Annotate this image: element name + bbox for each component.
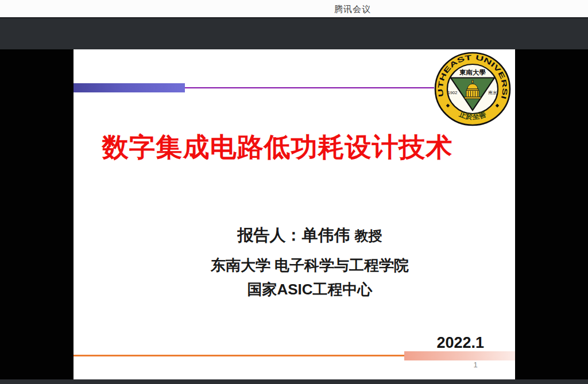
presenter-line: 报告人：单伟伟 教授 xyxy=(89,225,531,246)
footer-accent-bar xyxy=(404,351,515,360)
slide-title: 数字集成电路低功耗设计技术 xyxy=(96,131,458,164)
meeting-toolbar xyxy=(0,17,588,49)
affiliation-line-1: 东南大学 电子科学与工程学院 xyxy=(89,256,531,276)
window-title: 腾讯会议 xyxy=(334,4,371,15)
slide-date: 2022.1 xyxy=(436,334,484,352)
seal-city: 南京 xyxy=(488,90,498,95)
presentation-slide: SOUTHEAST UNIVERSITY 止於至善 東南大學 1902 南京 xyxy=(74,49,515,379)
seal-year: 1902 xyxy=(448,90,458,95)
page-number: 1 xyxy=(469,360,482,369)
window-titlebar: 腾讯会议 xyxy=(0,0,588,17)
affiliation-line-2: 国家ASIC工程中心 xyxy=(89,280,531,300)
footer-accent-line xyxy=(74,355,404,356)
southeast-university-seal: SOUTHEAST UNIVERSITY 止於至善 東南大學 1902 南京 xyxy=(434,52,512,126)
tencent-meeting-window: 腾讯会议 xyxy=(0,0,588,384)
header-accent-bar xyxy=(74,83,185,92)
screen-share-stage: SOUTHEAST UNIVERSITY 止於至善 東南大學 1902 南京 xyxy=(0,49,588,379)
presenter-degree: 教授 xyxy=(354,228,382,243)
university-seal-icon: SOUTHEAST UNIVERSITY 止於至善 東南大學 1902 南京 xyxy=(434,52,512,126)
seal-cn-name: 東南大學 xyxy=(459,69,486,76)
header-accent-line xyxy=(185,87,434,88)
bottom-chrome-strip xyxy=(0,379,588,384)
presenter-name: 报告人：单伟伟 xyxy=(238,226,350,244)
